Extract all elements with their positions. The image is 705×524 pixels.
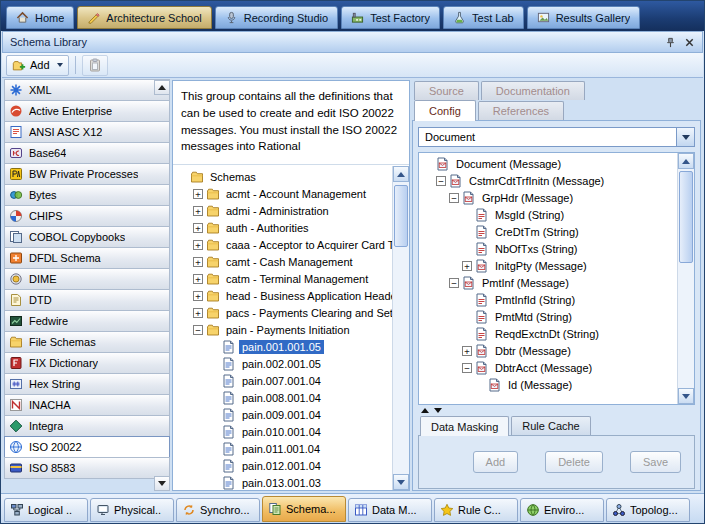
expander-icon[interactable]: − bbox=[436, 176, 446, 186]
schema-tree-scrollbar[interactable] bbox=[392, 166, 409, 490]
document-tree-row[interactable]: Id (Message) bbox=[419, 376, 677, 393]
schema-tree-row[interactable]: pain.002.001.05 bbox=[173, 355, 392, 372]
scroll-up-button[interactable] bbox=[393, 166, 409, 182]
document-tree-row[interactable]: − CstmrCdtTrfInitn (Message) bbox=[419, 172, 677, 189]
tab-documentation[interactable]: Documentation bbox=[481, 81, 585, 100]
document-tab[interactable]: Data M... bbox=[348, 498, 432, 522]
tab-rule-cache[interactable]: Rule Cache bbox=[511, 416, 590, 435]
document-tab[interactable]: Schema... bbox=[262, 496, 346, 522]
schema-tree-row[interactable]: + pacs - Payments Clearing and Settle bbox=[173, 304, 392, 321]
document-tab[interactable]: Synchro... bbox=[176, 498, 260, 522]
expander-icon[interactable]: + bbox=[462, 346, 472, 356]
schema-type-item[interactable]: FIX Dictionary bbox=[4, 352, 170, 374]
expander-icon[interactable]: + bbox=[193, 189, 203, 199]
schema-tree-row[interactable]: pain.010.001.04 bbox=[173, 423, 392, 440]
perspective-tab[interactable]: Results Gallery bbox=[527, 6, 641, 29]
expander-icon[interactable]: + bbox=[193, 206, 203, 216]
add-button[interactable]: Add bbox=[6, 55, 69, 76]
scroll-track[interactable] bbox=[678, 169, 694, 388]
schema-tree-row[interactable]: pain.008.001.04 bbox=[173, 389, 392, 406]
tab-config[interactable]: Config bbox=[414, 100, 476, 121]
document-tree-row[interactable]: + Dbtr (Message) bbox=[419, 342, 677, 359]
schema-type-item[interactable]: Bytes bbox=[4, 184, 170, 206]
pin-icon[interactable] bbox=[662, 35, 678, 50]
add-rule-button[interactable]: Add bbox=[473, 451, 519, 473]
schema-tree-row[interactable]: + head - Business Application Header bbox=[173, 287, 392, 304]
collapse-up-icon[interactable] bbox=[421, 408, 429, 413]
document-tree-scrollbar[interactable] bbox=[677, 153, 694, 404]
expander-icon[interactable]: + bbox=[193, 291, 203, 301]
save-rule-button[interactable]: Save bbox=[630, 451, 681, 473]
add-dropdown-arrow[interactable] bbox=[57, 63, 63, 67]
expander-icon[interactable]: − bbox=[449, 278, 459, 288]
schema-type-item[interactable]: CHIPS bbox=[4, 205, 170, 227]
paste-button[interactable] bbox=[82, 55, 108, 76]
document-tree-row[interactable]: + InitgPty (Message) bbox=[419, 257, 677, 274]
expander-icon[interactable]: + bbox=[193, 223, 203, 233]
schema-tree-row[interactable]: + admi - Administration bbox=[173, 202, 392, 219]
schema-tree-row[interactable]: + auth - Authorities bbox=[173, 219, 392, 236]
schema-tree-row[interactable]: pain.011.001.04 bbox=[173, 440, 392, 457]
schema-tree-row[interactable]: + acmt - Account Management bbox=[173, 185, 392, 202]
perspective-tab[interactable]: Test Factory bbox=[341, 6, 440, 29]
expander-icon[interactable]: − bbox=[462, 363, 472, 373]
document-tree-row[interactable]: NbOfTxs (String) bbox=[419, 240, 677, 257]
schema-tree-row[interactable]: + catm - Terminal Management bbox=[173, 270, 392, 287]
perspective-tab[interactable]: Test Lab bbox=[443, 6, 524, 29]
collapse-down-icon[interactable] bbox=[434, 408, 442, 413]
schema-type-item[interactable]: Integra bbox=[4, 415, 170, 437]
scroll-track[interactable] bbox=[393, 182, 409, 474]
schema-type-item[interactable]: COBOL Copybooks bbox=[4, 226, 170, 248]
schema-tree-row[interactable]: pain.007.001.04 bbox=[173, 372, 392, 389]
splitter-handle[interactable] bbox=[418, 405, 695, 415]
delete-rule-button[interactable]: Delete bbox=[545, 451, 603, 473]
document-tree-row[interactable]: − PmtInf (Message) bbox=[419, 274, 677, 291]
perspective-tab[interactable]: Recording Studio bbox=[215, 6, 338, 29]
tab-source[interactable]: Source bbox=[414, 81, 479, 100]
document-tab[interactable]: Physical.. bbox=[90, 498, 174, 522]
schema-type-item[interactable]: Fedwire bbox=[4, 310, 170, 332]
schema-type-item[interactable]: Base64 bbox=[4, 142, 170, 164]
tab-references[interactable]: References bbox=[478, 101, 564, 120]
schema-tree-row[interactable]: + caaa - Acceptor to Acquirer Card Tra bbox=[173, 236, 392, 253]
root-message-select[interactable]: Document bbox=[418, 127, 695, 147]
expander-icon[interactable]: + bbox=[193, 257, 203, 267]
expander-icon[interactable]: − bbox=[449, 193, 459, 203]
schema-type-item[interactable]: Active Enterprise bbox=[4, 100, 170, 122]
tab-data-masking[interactable]: Data Masking bbox=[420, 416, 509, 436]
schema-tree-row[interactable]: pain.013.001.03 bbox=[173, 474, 392, 490]
document-tree-row[interactable]: PmtMtd (String) bbox=[419, 308, 677, 325]
document-tab[interactable]: Rule C... bbox=[434, 498, 518, 522]
document-tree-row[interactable]: CreDtTm (String) bbox=[419, 223, 677, 240]
scroll-thumb[interactable] bbox=[394, 185, 408, 247]
expander-icon[interactable]: + bbox=[462, 261, 472, 271]
schema-tree-row[interactable]: − pain - Payments Initiation bbox=[173, 321, 392, 338]
scroll-thumb[interactable] bbox=[679, 171, 693, 263]
document-tree-row[interactable]: ReqdExctnDt (String) bbox=[419, 325, 677, 342]
document-tree-row[interactable]: − GrpHdr (Message) bbox=[419, 189, 677, 206]
document-tree-row[interactable]: Document (Message) bbox=[419, 155, 677, 172]
close-icon[interactable] bbox=[681, 35, 697, 50]
schema-tree-row[interactable]: Schemas bbox=[173, 168, 392, 185]
perspective-tab[interactable]: Home bbox=[6, 6, 74, 29]
schema-type-item[interactable]: Hex String bbox=[4, 373, 170, 395]
scroll-down-button[interactable] bbox=[678, 388, 694, 404]
schema-type-item[interactable]: DFDL Schema bbox=[4, 247, 170, 269]
document-tree-row[interactable]: MsgId (String) bbox=[419, 206, 677, 223]
schema-type-item[interactable]: XML bbox=[4, 79, 170, 101]
schema-tree-row[interactable]: + camt - Cash Management bbox=[173, 253, 392, 270]
dropdown-arrow-button[interactable] bbox=[676, 128, 694, 146]
schema-type-item[interactable]: File Schemas bbox=[4, 331, 170, 353]
schema-type-item[interactable]: BW Private Processes bbox=[4, 163, 170, 185]
schema-type-item[interactable]: ANSI ASC X12 bbox=[4, 121, 170, 143]
schema-type-item[interactable]: ISO 8583 bbox=[4, 457, 170, 479]
scroll-up-button[interactable] bbox=[678, 153, 694, 169]
perspective-tab[interactable]: Architecture School bbox=[77, 6, 211, 29]
document-tab[interactable]: Logical .. bbox=[4, 498, 88, 522]
document-tab[interactable]: Enviro... bbox=[520, 498, 604, 522]
expander-icon[interactable]: + bbox=[193, 274, 203, 284]
schema-tree-row[interactable]: pain.009.001.04 bbox=[173, 406, 392, 423]
schema-type-item[interactable]: INACHA bbox=[4, 394, 170, 416]
expander-icon[interactable]: − bbox=[193, 325, 203, 335]
schema-type-item[interactable]: DIME bbox=[4, 268, 170, 290]
